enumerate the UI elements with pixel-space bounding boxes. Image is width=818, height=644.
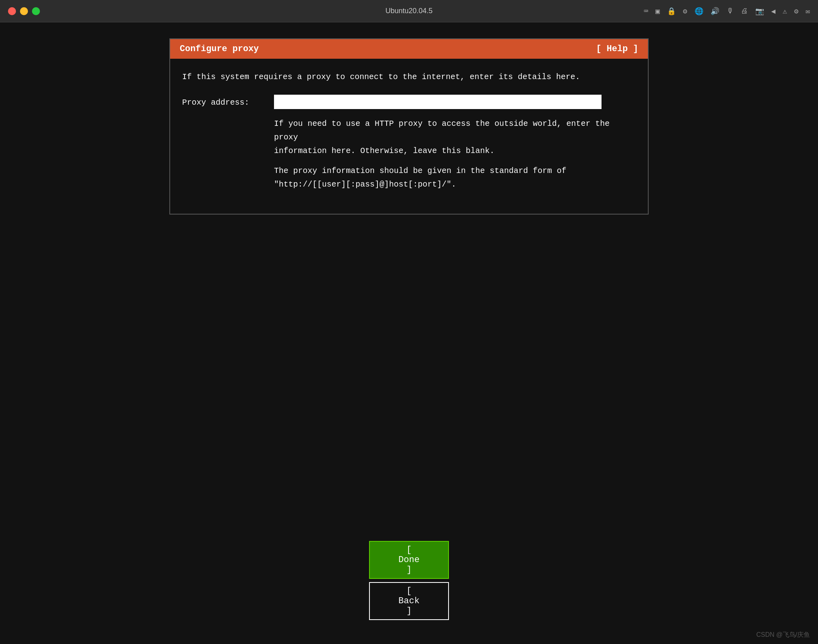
- mail-icon: ✉: [806, 7, 810, 16]
- maximize-button[interactable]: [32, 7, 40, 15]
- intro-text: If this system requires a proxy to conne…: [182, 71, 636, 83]
- configure-proxy-dialog: Configure proxy [ Help ] If this system …: [169, 38, 649, 215]
- window-title: Ubuntu20.04.5: [385, 7, 433, 15]
- keyboard-icon: ⌨: [644, 7, 648, 16]
- warning-icon: ⚠: [782, 7, 787, 16]
- printer-icon: 🖨: [741, 7, 748, 15]
- done-button[interactable]: [ Done ]: [369, 541, 449, 579]
- camera-icon: 📷: [755, 7, 764, 16]
- back-button[interactable]: [ Back ]: [369, 582, 449, 620]
- close-button[interactable]: [8, 7, 16, 15]
- dialog-help-button[interactable]: [ Help ]: [596, 44, 638, 54]
- mic-icon: 🎙: [727, 7, 734, 15]
- globe-icon: 🌐: [695, 7, 703, 16]
- gear-icon: ⚙: [794, 7, 798, 16]
- help-text: If you need to use a HTTP proxy to acces…: [274, 117, 636, 191]
- minimize-button[interactable]: [20, 7, 28, 15]
- titlebar: Ubuntu20.04.5 ⌨ ▣ 🔒 ⚙ 🌐 🔊 🎙 🖨 📷 ◀ ⚠ ⚙ ✉: [0, 0, 818, 22]
- terminal-window: Configure proxy [ Help ] If this system …: [0, 22, 818, 644]
- help-paragraph-2: The proxy information should be given in…: [274, 164, 636, 191]
- lock-icon: 🔒: [667, 7, 676, 16]
- dialog-body: If this system requires a proxy to conne…: [170, 59, 648, 214]
- help-paragraph-1: If you need to use a HTTP proxy to acces…: [274, 117, 636, 158]
- volume-icon: 🔊: [711, 7, 719, 16]
- dialog-title: Configure proxy: [180, 44, 259, 54]
- proxy-address-input[interactable]: [274, 95, 602, 109]
- settings-icon: ⚙: [683, 7, 687, 16]
- proxy-label: Proxy address:: [182, 95, 270, 109]
- watermark: CSDN @飞鸟/庆鱼: [756, 631, 810, 639]
- buttons-container: [ Done ] [ Back ]: [0, 541, 818, 644]
- titlebar-icons: ⌨ ▣ 🔒 ⚙ 🌐 🔊 🎙 🖨 📷 ◀ ⚠ ⚙ ✉: [644, 7, 810, 16]
- display-icon: ▣: [655, 7, 660, 16]
- traffic-lights: [8, 7, 40, 15]
- proxy-row: Proxy address:: [182, 95, 636, 109]
- dialog-header: Configure proxy [ Help ]: [170, 39, 648, 59]
- back-icon: ◀: [771, 7, 776, 16]
